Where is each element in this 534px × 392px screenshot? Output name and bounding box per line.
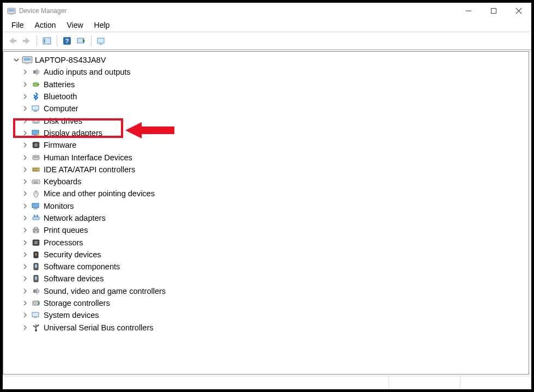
svg-point-32 — [37, 134, 39, 136]
tree-node[interactable]: Keyboards — [21, 176, 529, 188]
tree-node[interactable]: Software devices — [21, 273, 529, 285]
tree-node[interactable]: Mice and other pointing devices — [21, 188, 529, 200]
tree-node[interactable]: Display adapters — [21, 127, 529, 139]
chevron-right-icon[interactable] — [21, 323, 29, 332]
chevron-right-icon[interactable] — [21, 153, 29, 162]
svg-rect-50 — [33, 181, 34, 182]
system-icon — [31, 310, 41, 320]
tree-node[interactable]: Security devices — [21, 249, 529, 261]
device-tree[interactable]: LAPTOP-8S43JA8V Audio inputs and outputs… — [3, 51, 529, 375]
tree-node[interactable]: Bluetooth — [21, 91, 529, 102]
svg-rect-42 — [34, 156, 35, 158]
forward-button[interactable] — [20, 34, 33, 47]
tree-node[interactable]: Monitors — [21, 200, 529, 212]
minimize-button[interactable] — [456, 3, 481, 19]
tree-node[interactable]: Print queues — [21, 224, 529, 236]
network-icon — [31, 213, 41, 223]
title-bar: Device Manager — [3, 3, 531, 19]
audio-icon — [31, 286, 41, 296]
svg-rect-66 — [34, 231, 38, 233]
tree-root-node[interactable]: LAPTOP-8S43JA8V — [5, 54, 529, 66]
svg-rect-4 — [491, 8, 496, 13]
computer-icon — [31, 104, 41, 113]
properties-button[interactable] — [95, 34, 108, 47]
chevron-down-icon[interactable] — [12, 56, 21, 64]
chevron-right-icon[interactable] — [21, 226, 29, 234]
chevron-right-icon[interactable] — [21, 68, 29, 76]
svg-point-84 — [34, 302, 36, 304]
back-button[interactable] — [6, 34, 19, 47]
chevron-right-icon[interactable] — [21, 262, 29, 271]
tree-node[interactable]: Disk drives — [21, 114, 529, 126]
chevron-right-icon[interactable] — [21, 92, 29, 101]
chevron-right-icon[interactable] — [21, 104, 29, 113]
menu-file[interactable]: File — [6, 20, 29, 31]
svg-rect-68 — [34, 241, 38, 244]
chevron-right-icon[interactable] — [21, 202, 29, 210]
chevron-right-icon[interactable] — [21, 117, 29, 125]
tree-node[interactable]: Universal Serial Bus controllers — [21, 322, 529, 334]
menu-bar: File Action View Help — [3, 19, 531, 32]
chip-icon — [31, 140, 41, 150]
tree-node[interactable]: Computer — [21, 102, 529, 114]
toolbar: ? — [3, 32, 531, 50]
printer-icon — [31, 225, 41, 235]
chevron-right-icon[interactable] — [21, 80, 29, 89]
svg-rect-31 — [33, 136, 38, 136]
menu-action[interactable]: Action — [29, 20, 62, 31]
storage-icon — [31, 298, 41, 308]
tree-node-label: Universal Serial Bus controllers — [44, 323, 153, 332]
tree-node[interactable]: Sound, video and game controllers — [21, 285, 529, 297]
tree-node[interactable]: Human Interface Devices — [21, 151, 529, 163]
chevron-right-icon[interactable] — [21, 165, 29, 174]
chevron-right-icon[interactable] — [21, 299, 29, 307]
close-button[interactable] — [506, 3, 531, 19]
show-hide-tree-button[interactable] — [40, 34, 53, 47]
svg-rect-15 — [98, 38, 104, 43]
tree-node-label: Keyboards — [44, 177, 81, 186]
tree-node-label: Display adapters — [44, 129, 102, 137]
svg-point-28 — [35, 119, 38, 122]
chevron-right-icon[interactable] — [21, 189, 29, 198]
chevron-right-icon[interactable] — [21, 274, 29, 283]
scan-hardware-button[interactable] — [75, 34, 88, 47]
tree-node[interactable]: System devices — [21, 309, 529, 321]
svg-rect-2 — [10, 14, 13, 15]
chevron-right-icon[interactable] — [21, 177, 29, 186]
maximize-button[interactable] — [481, 3, 506, 19]
svg-text:?: ? — [65, 38, 69, 44]
help-button[interactable]: ? — [60, 34, 74, 47]
tree-node-label: Mice and other pointing devices — [44, 189, 155, 198]
battery-icon — [31, 80, 41, 89]
svg-rect-26 — [33, 111, 38, 112]
chevron-right-icon[interactable] — [21, 141, 29, 149]
tree-node[interactable]: Batteries — [21, 79, 529, 91]
tree-node[interactable]: Processors — [21, 236, 529, 248]
chevron-right-icon[interactable] — [21, 214, 29, 222]
monitor-icon — [31, 201, 41, 211]
chevron-right-icon[interactable] — [21, 238, 29, 247]
tree-node-label: Disk drives — [44, 117, 82, 125]
svg-rect-53 — [34, 183, 38, 184]
tree-node[interactable]: Network adapters — [21, 212, 529, 224]
chevron-right-icon[interactable] — [21, 287, 29, 295]
svg-rect-1 — [9, 9, 14, 11]
tree-node[interactable]: Storage controllers — [21, 297, 529, 309]
tree-node-label: Print queues — [44, 226, 88, 234]
chevron-right-icon[interactable] — [21, 250, 29, 259]
svg-rect-81 — [35, 276, 37, 280]
menu-help[interactable]: Help — [89, 20, 116, 31]
sw-icon — [31, 274, 41, 284]
sw-icon — [31, 262, 41, 272]
svg-rect-7 — [13, 40, 16, 42]
tree-node[interactable]: Software components — [21, 261, 529, 273]
tree-node[interactable]: Audio inputs and outputs — [21, 66, 529, 78]
menu-view[interactable]: View — [61, 20, 88, 31]
status-bar — [3, 376, 531, 389]
chevron-right-icon[interactable] — [21, 311, 29, 319]
svg-rect-43 — [35, 156, 37, 158]
tree-node[interactable]: IDE ATA/ATAPI controllers — [21, 164, 529, 176]
chevron-right-icon[interactable] — [21, 129, 29, 137]
chip-icon — [31, 238, 41, 248]
tree-node[interactable]: Firmware — [21, 139, 529, 151]
